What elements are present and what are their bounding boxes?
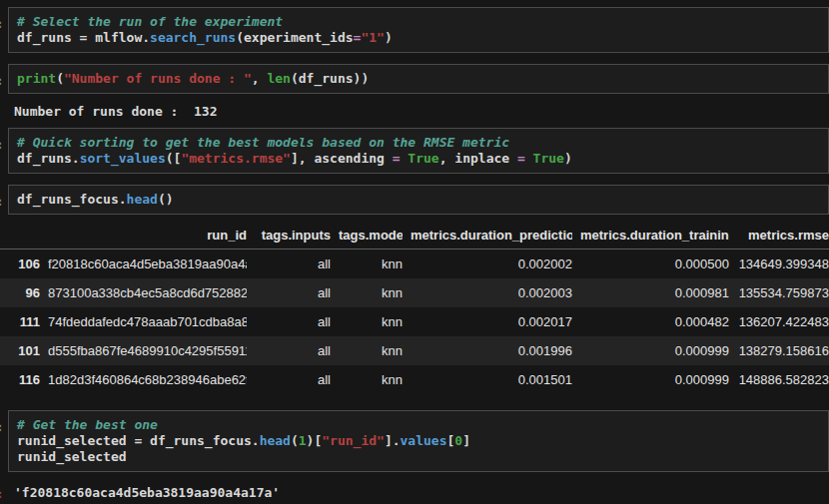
dataframe-row: 11174fdeddafedc478aaab701cdba8a87dballkn…: [0, 307, 829, 336]
code-token: , inplace: [439, 151, 517, 166]
code-token: (df_runs)): [291, 71, 369, 86]
code-token: head: [127, 192, 158, 207]
code-token: "Number of runs done : ": [64, 71, 252, 86]
notebook-cell-1: : # Select the run of the experimentdf_r…: [0, 7, 829, 53]
dataframe-cell: 0.000999: [572, 365, 729, 394]
notebook-cell-4: : df_runs_focus.head(): [0, 185, 829, 215]
code-token: ], ascending: [291, 151, 393, 166]
input-prompt-colon: :: [0, 16, 4, 31]
input-prompt-colon: :: [0, 419, 4, 434]
notebook-cell-5: : # Get the best onerunid_selected = df_…: [0, 410, 829, 472]
input-prompt-colon: :: [0, 73, 4, 88]
result-output-text: 'f20818c60aca4d5eba3819aa90a4a17a': [8, 485, 829, 501]
dataframe-cell: 1d82d3f460864c68b238946abe62fa74: [40, 365, 247, 394]
dataframe-cell: 0.000999: [572, 336, 729, 365]
code-token: ([: [166, 151, 182, 166]
dataframe-cell: all: [247, 365, 331, 394]
dataframe-header-cell: tags.model: [331, 223, 403, 250]
code-line: # Quick sorting to get the best models b…: [17, 135, 820, 151]
code-token: df_runs.: [17, 151, 80, 166]
code-token: runid_selected: [17, 449, 127, 464]
code-editor-head[interactable]: df_runs_focus.head(): [8, 185, 829, 215]
code-token: len: [267, 71, 290, 86]
code-token: # Get the best one: [17, 417, 158, 432]
code-token: 1: [299, 433, 307, 448]
input-prompt-gutter: :: [0, 7, 8, 53]
code-line: runid_selected = df_runs_focus.head(1)["…: [17, 433, 820, 449]
notebook: : # Select the run of the experimentdf_r…: [0, 7, 829, 501]
result-output-row: : 'f20818c60aca4d5eba3819aa90a4a17a': [0, 485, 829, 501]
dataframe-cell: 0.002003: [403, 278, 572, 307]
dataframe-cell: 106: [0, 250, 40, 279]
dataframe-cell: all: [247, 336, 331, 365]
code-editor-sort-values[interactable]: # Quick sorting to get the best models b…: [8, 128, 829, 174]
code-editor-get-best[interactable]: # Get the best onerunid_selected = df_ru…: [8, 410, 829, 472]
input-prompt-gutter: :: [0, 128, 8, 174]
dataframe-header-cell: metrics.rmse: [729, 223, 829, 250]
dataframe-cell: 138279.158616: [729, 336, 829, 365]
dataframe-cell: all: [247, 307, 331, 336]
stream-output-row: Number of runs done : 132: [0, 104, 829, 120]
input-prompt-colon: :: [0, 137, 4, 152]
code-token: (: [56, 71, 64, 86]
code-token: ): [385, 30, 393, 45]
dataframe-cell: 136207.422483: [729, 307, 829, 336]
dataframe-cell: 0.002002: [403, 250, 572, 279]
dataframe-row: 101d555fba867fe4689910c4295f559112eallkn…: [0, 336, 829, 365]
dataframe-cell: 873100a338cb4ec5a8cd6d752882befb: [40, 278, 247, 307]
dataframe-cell: 116: [0, 365, 40, 394]
dataframe-cell: 0.000981: [572, 278, 729, 307]
code-token: =: [393, 151, 401, 166]
dataframe-header-cell: tags.inputs: [247, 223, 331, 250]
code-token: sort_values: [80, 151, 166, 166]
dataframe-cell: f20818c60aca4d5eba3819aa90a4a17a: [40, 250, 247, 279]
input-prompt-colon: :: [0, 194, 4, 209]
code-token: head: [260, 433, 291, 448]
dataframe-cell: all: [247, 250, 331, 279]
dataframe-cell: knn: [331, 250, 403, 279]
code-token: runid_selected = df_runs_focus.: [17, 433, 260, 448]
code-line: runid_selected: [17, 449, 820, 465]
dataframe-row: 96873100a338cb4ec5a8cd6d752882befballknn…: [0, 278, 829, 307]
code-line: # Get the best one: [17, 417, 820, 433]
dataframe-cell: knn: [331, 307, 403, 336]
dataframe-header-cell: metrics.duration_prediction: [403, 223, 572, 250]
dataframe-cell: 0.001996: [403, 336, 572, 365]
dataframe-header-cell: [0, 223, 40, 250]
code-token: "metrics.rmse": [181, 151, 291, 166]
notebook-cell-3: : # Quick sorting to get the best models…: [0, 128, 829, 174]
code-token: [525, 151, 533, 166]
code-token: "1": [361, 30, 384, 45]
dataframe-cell: 135534.759873: [729, 278, 829, 307]
dataframe-cell: 0.002017: [403, 307, 572, 336]
code-token: (experiment_ids: [236, 30, 353, 45]
code-token: )[: [307, 433, 323, 448]
notebook-cell-2: : print("Number of runs done : ", len(df…: [0, 64, 829, 94]
code-token: ): [564, 151, 572, 166]
code-token: search_runs: [150, 30, 236, 45]
dataframe-table: run_idtags.inputstags.modelmetrics.durat…: [0, 223, 829, 394]
code-token: =: [517, 151, 525, 166]
code-line: df_runs.sort_values(["metrics.rmse"], as…: [17, 151, 820, 167]
code-token: # Select the run of the experiment: [17, 14, 283, 29]
code-token: print: [17, 71, 56, 86]
dataframe-header-row: run_idtags.inputstags.modelmetrics.durat…: [0, 223, 829, 250]
code-token: "run_id": [322, 433, 385, 448]
code-editor-select-run[interactable]: # Select the run of the experimentdf_run…: [8, 7, 829, 53]
dataframe-row: 106f20818c60aca4d5eba3819aa90a4a17aallkn…: [0, 250, 829, 279]
code-token: # Quick sorting to get the best models b…: [17, 135, 509, 150]
input-prompt-gutter: :: [0, 185, 8, 215]
code-line: print("Number of runs done : ", len(df_r…: [17, 71, 820, 87]
dataframe-cell: 0.000500: [572, 250, 729, 279]
code-token: ,: [252, 71, 268, 86]
code-token: df_runs = mlflow.: [17, 30, 150, 45]
code-token: True: [533, 151, 564, 166]
dataframe-row: 1161d82d3f460864c68b238946abe62fa74allkn…: [0, 365, 829, 394]
stream-output-text: Number of runs done : 132: [8, 104, 829, 120]
output-gutter: [0, 104, 8, 120]
dataframe-cell: 0.001501: [403, 365, 572, 394]
dataframe-cell: 101: [0, 336, 40, 365]
dataframe-cell: 148886.582823: [729, 365, 829, 394]
code-editor-print-count[interactable]: print("Number of runs done : ", len(df_r…: [8, 64, 829, 94]
code-token: True: [408, 151, 438, 166]
